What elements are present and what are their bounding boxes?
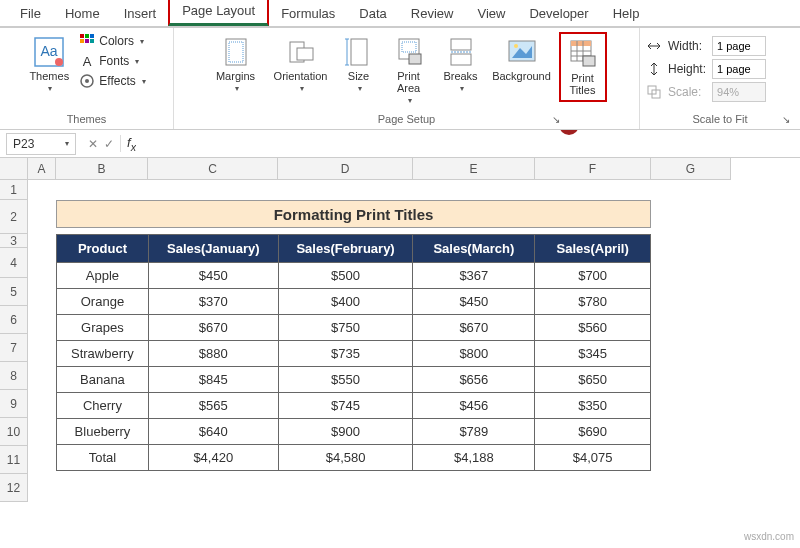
tab-review[interactable]: Review bbox=[399, 1, 466, 26]
row-7[interactable]: 7 bbox=[0, 334, 28, 362]
col-a[interactable]: A bbox=[28, 158, 56, 180]
size-button[interactable]: Size▾ bbox=[337, 32, 381, 97]
tab-developer[interactable]: Developer bbox=[517, 1, 600, 26]
cell[interactable]: Apple bbox=[57, 263, 149, 289]
cell[interactable]: $500 bbox=[278, 263, 413, 289]
cell[interactable]: $560 bbox=[535, 315, 651, 341]
cell[interactable]: $735 bbox=[278, 341, 413, 367]
row-6[interactable]: 6 bbox=[0, 306, 28, 334]
col-c[interactable]: C bbox=[148, 158, 278, 180]
col-g[interactable]: G bbox=[651, 158, 731, 180]
col-e[interactable]: E bbox=[413, 158, 535, 180]
margins-icon bbox=[220, 36, 252, 68]
tab-help[interactable]: Help bbox=[601, 1, 652, 26]
row-4[interactable]: 4 bbox=[0, 248, 28, 278]
margins-button[interactable]: Margins▾ bbox=[207, 32, 265, 97]
col-f[interactable]: F bbox=[535, 158, 651, 180]
cell[interactable]: $400 bbox=[278, 289, 413, 315]
cell[interactable]: Cherry bbox=[57, 393, 149, 419]
row-2[interactable]: 2 bbox=[0, 200, 28, 234]
cell[interactable]: $800 bbox=[413, 341, 535, 367]
cell[interactable]: Grapes bbox=[57, 315, 149, 341]
cell[interactable]: $4,188 bbox=[413, 445, 535, 471]
cell[interactable]: $690 bbox=[535, 419, 651, 445]
print-area-button[interactable]: Print Area▾ bbox=[385, 32, 433, 109]
orientation-button[interactable]: Orientation▾ bbox=[269, 32, 333, 97]
col-b[interactable]: B bbox=[56, 158, 148, 180]
col-d[interactable]: D bbox=[278, 158, 413, 180]
row-8[interactable]: 8 bbox=[0, 362, 28, 390]
cell[interactable]: $450 bbox=[413, 289, 535, 315]
tab-view[interactable]: View bbox=[465, 1, 517, 26]
cell[interactable]: $900 bbox=[278, 419, 413, 445]
cell[interactable]: $565 bbox=[148, 393, 278, 419]
cell[interactable]: $845 bbox=[148, 367, 278, 393]
cell[interactable]: $367 bbox=[413, 263, 535, 289]
cell[interactable]: $550 bbox=[278, 367, 413, 393]
cell[interactable]: $350 bbox=[535, 393, 651, 419]
cell[interactable]: $4,075 bbox=[535, 445, 651, 471]
fonts-button[interactable]: A Fonts▾ bbox=[77, 52, 147, 70]
tab-home[interactable]: Home bbox=[53, 1, 112, 26]
cell[interactable]: $450 bbox=[148, 263, 278, 289]
print-titles-button[interactable]: Print Titles bbox=[559, 32, 607, 102]
themes-icon: Aa bbox=[33, 36, 65, 68]
cell[interactable]: Strawberry bbox=[57, 341, 149, 367]
cell[interactable]: $745 bbox=[278, 393, 413, 419]
name-box[interactable]: P23 ▾ bbox=[6, 133, 76, 155]
background-button[interactable]: Background bbox=[489, 32, 555, 86]
th-apr[interactable]: Sales(April) bbox=[535, 235, 651, 263]
print-titles-label: Print Titles bbox=[570, 72, 596, 96]
scale-launcher[interactable]: ↘ bbox=[782, 114, 790, 125]
cell[interactable]: $670 bbox=[148, 315, 278, 341]
tab-file[interactable]: File bbox=[8, 1, 53, 26]
cell[interactable]: $4,420 bbox=[148, 445, 278, 471]
select-all-corner[interactable] bbox=[0, 158, 28, 180]
colors-button[interactable]: Colors▾ bbox=[77, 32, 147, 50]
row-11[interactable]: 11 bbox=[0, 446, 28, 474]
cell[interactable]: $789 bbox=[413, 419, 535, 445]
chevron-down-icon: ▾ bbox=[358, 84, 362, 93]
breaks-button[interactable]: Breaks▾ bbox=[437, 32, 485, 97]
fx-icon[interactable]: fx bbox=[120, 135, 136, 153]
row-5[interactable]: 5 bbox=[0, 278, 28, 306]
tab-insert[interactable]: Insert bbox=[112, 1, 169, 26]
cell[interactable]: Blueberry bbox=[57, 419, 149, 445]
cell[interactable]: $456 bbox=[413, 393, 535, 419]
row-9[interactable]: 9 bbox=[0, 390, 28, 418]
page-setup-launcher[interactable]: ↘ bbox=[552, 114, 560, 125]
tab-formulas[interactable]: Formulas bbox=[269, 1, 347, 26]
cell[interactable]: $4,580 bbox=[278, 445, 413, 471]
row-3[interactable]: 3 bbox=[0, 234, 28, 248]
th-jan[interactable]: Sales(January) bbox=[148, 235, 278, 263]
cancel-icon[interactable]: ✕ bbox=[88, 137, 98, 151]
cell[interactable]: $640 bbox=[148, 419, 278, 445]
cell[interactable]: Total bbox=[57, 445, 149, 471]
formula-input[interactable] bbox=[136, 133, 800, 155]
cell[interactable]: $670 bbox=[413, 315, 535, 341]
cell[interactable]: $880 bbox=[148, 341, 278, 367]
row-1[interactable]: 1 bbox=[0, 180, 28, 200]
cell[interactable]: $650 bbox=[535, 367, 651, 393]
tab-page-layout[interactable]: Page Layout bbox=[168, 0, 269, 26]
th-product[interactable]: Product bbox=[57, 235, 149, 263]
tab-data[interactable]: Data bbox=[347, 1, 398, 26]
row-12[interactable]: 12 bbox=[0, 474, 28, 502]
cell[interactable]: $370 bbox=[148, 289, 278, 315]
height-input[interactable] bbox=[712, 59, 766, 79]
row-10[interactable]: 10 bbox=[0, 418, 28, 446]
cell[interactable]: Banana bbox=[57, 367, 149, 393]
cell[interactable]: Orange bbox=[57, 289, 149, 315]
table-row: Total$4,420$4,580$4,188$4,075 bbox=[57, 445, 651, 471]
th-mar[interactable]: Sales(March) bbox=[413, 235, 535, 263]
effects-button[interactable]: Effects▾ bbox=[77, 72, 147, 90]
cell[interactable]: $780 bbox=[535, 289, 651, 315]
cell[interactable]: $345 bbox=[535, 341, 651, 367]
cell[interactable]: $656 bbox=[413, 367, 535, 393]
cell[interactable]: $700 bbox=[535, 263, 651, 289]
enter-icon[interactable]: ✓ bbox=[104, 137, 114, 151]
width-input[interactable] bbox=[712, 36, 766, 56]
themes-button[interactable]: Aa Themes ▾ bbox=[25, 32, 73, 97]
cell[interactable]: $750 bbox=[278, 315, 413, 341]
th-feb[interactable]: Sales(February) bbox=[278, 235, 413, 263]
